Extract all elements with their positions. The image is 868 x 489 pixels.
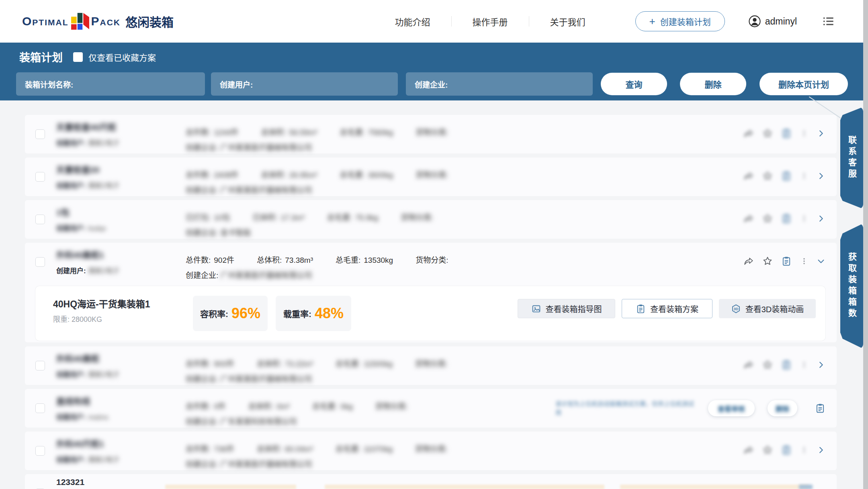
more-menu-icon[interactable]: [800, 360, 808, 370]
chevron-right-icon[interactable]: [817, 213, 825, 224]
view-guide-image-button[interactable]: 查看装箱指导图: [518, 299, 615, 318]
row-checkbox[interactable]: [35, 257, 45, 267]
plan-row[interactable]: 天意检查20 创建用户:赛斯2电子 总件数:2408件 总体积:26.95m³ …: [25, 158, 837, 196]
favorite-star-icon[interactable]: [762, 360, 773, 370]
volume-rate-value: 96%: [231, 305, 260, 322]
delete-plan-button[interactable]: 删除: [768, 400, 797, 416]
more-menu-icon[interactable]: [800, 445, 808, 455]
blurred-tag: [325, 485, 604, 489]
load-rate-box: 载重率: 48%: [276, 296, 351, 331]
plan-title: 1包: [56, 206, 106, 218]
user-menu[interactable]: adminyl: [748, 15, 797, 28]
chevron-right-icon[interactable]: [817, 360, 825, 370]
volume-rate-label: 容积率:: [200, 307, 228, 319]
favorite-star-icon[interactable]: [762, 213, 773, 224]
row-checkbox[interactable]: [35, 446, 45, 456]
share-icon[interactable]: [743, 445, 754, 455]
username: adminyl: [765, 16, 797, 27]
clipboard-icon[interactable]: [815, 403, 825, 413]
plan-row[interactable]: 直线布线 创建用户:matins 总件数:0件 总体积:0m³ 总毛重:0kg …: [25, 389, 837, 428]
chevron-down-icon[interactable]: [817, 256, 825, 266]
create-user-value: 赛斯2电子: [88, 267, 119, 275]
row-checkbox[interactable]: [35, 215, 45, 224]
brand-cube-icon: [70, 12, 90, 31]
favorite-star-icon[interactable]: [762, 171, 773, 181]
clipboard-icon[interactable]: [781, 445, 792, 455]
brand-text-cn: 悠闲装箱: [125, 12, 174, 30]
page-title: 装箱计划: [19, 49, 63, 65]
chevron-right-icon[interactable]: [817, 128, 825, 139]
favorite-star-icon[interactable]: [762, 445, 773, 455]
chevron-right-icon[interactable]: [817, 445, 825, 455]
delete-page-button[interactable]: 删除本页计划: [760, 73, 848, 95]
get-container-count-tab[interactable]: 获取装箱箱数: [840, 223, 863, 349]
create-company-input[interactable]: 创建企业:: [406, 72, 593, 96]
row-checkbox[interactable]: [35, 403, 45, 413]
plan-note: 该计划为上位机自动装箱测试方案，仅供上位机测试用: [555, 399, 697, 417]
favorites-only-checkbox[interactable]: [73, 52, 83, 62]
chevron-right-icon[interactable]: [817, 171, 825, 181]
plus-icon: +: [649, 16, 655, 27]
more-menu-icon[interactable]: [800, 256, 808, 266]
plan-row[interactable]: 天意检查40尺柜 创建用户:赛斯2电子 总件数:1244件 总体积:56.59m…: [25, 115, 837, 153]
blurred-tag: [799, 485, 813, 489]
nav-item-about[interactable]: 关于我们: [529, 15, 606, 28]
plan-title: 外科40高柜1: [56, 248, 119, 260]
get-container-count-label: 获取装箱箱数: [846, 252, 858, 320]
share-icon[interactable]: [743, 171, 754, 181]
query-button[interactable]: 查询: [601, 73, 667, 95]
vertical-scrollbar[interactable]: [863, 0, 868, 489]
clipboard-icon[interactable]: [781, 360, 792, 370]
row-checkbox[interactable]: [35, 361, 45, 370]
delete-button[interactable]: 删除: [680, 73, 746, 95]
clipboard-icon[interactable]: [781, 171, 792, 181]
packing-plan-page: Optimal Pack 悠闲装箱 功能介绍 操作手册 关于我们 + 创建装箱计…: [0, 0, 868, 489]
create-user-input[interactable]: 创建用户:: [211, 72, 398, 96]
brand-text-optimal: Optimal: [22, 14, 69, 28]
favorite-star-icon[interactable]: [762, 128, 773, 139]
main-nav: 功能介绍 操作手册 关于我们: [374, 15, 606, 28]
load-rate-label: 载重率:: [283, 307, 311, 319]
load-rate-value: 48%: [315, 305, 344, 322]
plan-title: 直线布线: [56, 395, 108, 407]
create-plan-button[interactable]: + 创建装箱计划: [635, 11, 725, 31]
plan-title: 外科40高柜: [56, 352, 119, 364]
container-result-panel: 40HQ海运-干货集装箱1 限重: 28000KG 容积率: 96% 载重率: …: [35, 286, 825, 341]
row-checkbox[interactable]: [35, 129, 45, 139]
share-icon[interactable]: [743, 128, 754, 139]
clipboard-icon[interactable]: [781, 256, 792, 266]
more-menu-icon[interactable]: [800, 128, 808, 139]
plan-row-expanded[interactable]: 外科40高柜1 创建用户:赛斯2电子 总件数:902件 总体积:73.38m³ …: [25, 243, 837, 342]
plan-row[interactable]: 1包 创建用户:liudqx 已打包:10包 已体积:17.3m³ 总毛重:75…: [25, 200, 837, 239]
volume-rate-box: 容积率: 96%: [193, 296, 268, 331]
blurred-tag: [620, 485, 809, 489]
share-icon[interactable]: [743, 213, 754, 224]
plan-row[interactable]: 123321: [25, 474, 837, 489]
more-menu-icon[interactable]: [800, 171, 808, 181]
review-button[interactable]: 查看审核: [708, 400, 755, 416]
avatar-icon: [748, 15, 761, 28]
favorites-only-label[interactable]: 仅查看已收藏方案: [88, 51, 156, 63]
plan-row[interactable]: 外科40尺柜1 创建用户:赛斯2电子 总件数:736件 总体积:60.04m³ …: [25, 432, 837, 470]
view-3d-animation-button[interactable]: 查看3D装箱动画: [719, 299, 816, 318]
share-icon[interactable]: [743, 360, 754, 370]
plan-title: 天意检查20: [56, 163, 119, 175]
contact-service-tab[interactable]: 联系客服: [840, 107, 863, 209]
nav-item-features[interactable]: 功能介绍: [374, 15, 451, 28]
list-menu-icon[interactable]: [822, 15, 835, 28]
share-icon[interactable]: [743, 256, 754, 266]
brand-logo[interactable]: Optimal Pack 悠闲装箱: [22, 12, 174, 31]
row-checkbox[interactable]: [35, 172, 45, 182]
clipboard-icon: [636, 304, 646, 314]
more-menu-icon[interactable]: [800, 213, 808, 224]
plan-title: 天意检查40尺柜: [56, 121, 119, 133]
plan-row[interactable]: 外科40高柜 创建用户:赛斯2电子 总件数:900件 总体积:73.22m³ 总…: [25, 346, 837, 385]
favorite-star-icon[interactable]: [762, 256, 773, 266]
nav-item-manual[interactable]: 操作手册: [452, 15, 529, 28]
weight-limit: 限重: 28000KG: [53, 313, 102, 324]
create-user-label: 创建用户:: [220, 79, 253, 90]
clipboard-icon[interactable]: [781, 213, 792, 224]
clipboard-icon[interactable]: [781, 128, 792, 139]
plan-name-input[interactable]: 装箱计划名称:: [16, 72, 205, 96]
view-packing-plan-button[interactable]: 查看装箱方案: [622, 299, 712, 318]
